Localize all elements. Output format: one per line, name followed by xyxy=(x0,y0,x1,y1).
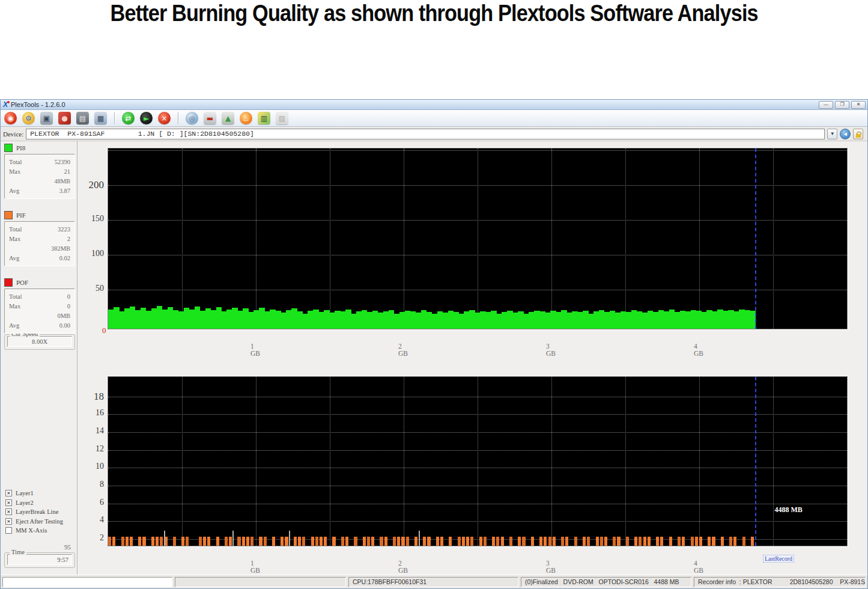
toolbar-separator xyxy=(114,112,115,124)
pif-spike xyxy=(289,531,290,546)
time-group: Time 9:57 xyxy=(4,552,75,568)
drive-eject-icon[interactable]: ▲ xyxy=(222,112,234,124)
last-record-marker-line xyxy=(755,148,756,329)
pif-bar xyxy=(643,537,646,546)
lock-icon[interactable] xyxy=(853,129,863,139)
pif-stat-row: Max2 xyxy=(9,234,70,244)
status-bar: CPU:178BFBFF00610F31 (0)Finalized DVD-RO… xyxy=(1,575,867,588)
disc-read-icon[interactable]: ◎ xyxy=(186,112,198,124)
pif-bar xyxy=(440,537,443,546)
burn-flame-icon[interactable]: ♨ xyxy=(240,112,252,124)
pif-bar xyxy=(242,537,245,546)
pi8-stat-row: 48MB xyxy=(9,177,70,186)
pif-bar xyxy=(142,537,145,546)
window-controls: — ❐ ✕ xyxy=(819,101,866,109)
checkbox-eject-after-testing[interactable]: ×Eject After Testing xyxy=(5,517,63,526)
pof-label: POF xyxy=(16,279,28,286)
pif-bar xyxy=(656,537,659,546)
pif-bar xyxy=(449,537,452,546)
pif-bar xyxy=(354,537,357,546)
pi8-stat-row: Max21 xyxy=(9,167,70,177)
pif-bar xyxy=(639,537,642,546)
pif-bar xyxy=(699,537,702,546)
y-axis-tick-label: 18 xyxy=(80,391,104,403)
status-disc-info: (0)Finalized DVD-ROM OPTODI-SCR016 4488 … xyxy=(521,577,691,587)
device-combo[interactable]: PLEXTOR PX-891SAF 1.JN [ D: ][SN:2D81045… xyxy=(26,129,825,139)
settings-icon[interactable]: ⚙ xyxy=(22,112,35,124)
time-label: Time xyxy=(10,549,26,555)
checkbox-icon[interactable] xyxy=(5,527,12,534)
checkbox-layer1[interactable]: ×Layer1 xyxy=(5,489,63,498)
pif-bar xyxy=(583,537,586,546)
gridline-v xyxy=(330,377,330,546)
pif-bar xyxy=(596,537,599,546)
device-label: Device: xyxy=(3,130,23,138)
pif-bar xyxy=(600,537,603,546)
gridline-v xyxy=(773,377,774,546)
pif-bar xyxy=(423,537,426,546)
pif-bar xyxy=(479,537,482,546)
disc-play-icon[interactable]: ► xyxy=(140,112,153,124)
checkbox-icon[interactable]: × xyxy=(5,518,12,525)
cancel-icon[interactable]: × xyxy=(158,112,171,124)
device-dropdown-button[interactable]: ▼ xyxy=(827,129,837,139)
gridline-v xyxy=(699,377,700,546)
pif-bar xyxy=(695,537,698,546)
media-stack-icon[interactable]: ▤ xyxy=(76,112,89,124)
close-button[interactable]: ✕ xyxy=(851,101,866,109)
pif-bar xyxy=(544,537,547,546)
power-icon[interactable]: ◉ xyxy=(4,112,17,124)
drive-write-icon[interactable]: ▬ xyxy=(204,112,216,124)
pof-stat-group: POFTotal0Max00MBAvg0.00 xyxy=(4,278,75,334)
checkbox-layerbreak-line[interactable]: ×LayerBreak Line xyxy=(5,507,63,517)
pif-bar xyxy=(285,537,288,546)
pif-bar xyxy=(733,537,736,546)
pif-bar xyxy=(414,537,417,546)
disc-red-icon[interactable]: ● xyxy=(58,112,71,124)
pif-bar xyxy=(721,537,724,546)
pif-stat-group: PIFTotal3223Max2382MBAvg0.02 xyxy=(4,211,75,266)
page-headline: Better Burning Quality as shown through … xyxy=(110,0,757,26)
y-axis-tick-label: 12 xyxy=(80,444,104,454)
pif-bar xyxy=(427,537,430,546)
pif-bar xyxy=(712,537,715,546)
pif-bar xyxy=(272,537,275,546)
gridline-v xyxy=(625,377,626,546)
checkbox-icon[interactable]: × xyxy=(5,490,12,496)
cur-speed-group: Cur Speed 8.00X xyxy=(4,334,75,350)
minimize-button[interactable]: — xyxy=(819,101,833,109)
pif-bar xyxy=(237,537,240,546)
help-disabled-icon[interactable]: ▨ xyxy=(276,112,288,124)
restore-button[interactable]: ❐ xyxy=(835,101,849,109)
options-checkbox-list: ×Layer1×Layer2×LayerBreak Line×Eject Aft… xyxy=(5,489,63,536)
x-axis-tick-label: 3 GB xyxy=(546,343,556,357)
pif-bar xyxy=(751,537,754,546)
checkbox-mm-x-axis[interactable]: MM X-Axis xyxy=(5,526,63,536)
y-axis-tick-label: 100 xyxy=(80,249,104,258)
checkbox-icon[interactable]: × xyxy=(5,499,12,506)
pif-bar xyxy=(587,537,590,546)
title-bar: X PlexTools - 1.2.6.0 — ❐ ✕ xyxy=(1,100,867,110)
checkbox-icon[interactable]: × xyxy=(5,508,12,515)
pif-bar xyxy=(522,537,525,546)
pif-bar xyxy=(742,537,745,546)
pi8-stat-group: PI8Total52390Max2148MBAvg3.87 xyxy=(4,144,75,199)
disc-copy-icon[interactable]: ⇄ xyxy=(122,112,135,124)
device-bar: Device: PLEXTOR PX-891SAF 1.JN [ D: ][SN… xyxy=(1,127,867,141)
pif-bar xyxy=(181,537,184,546)
pif-bar xyxy=(634,537,637,546)
checkbox-layer2[interactable]: ×Layer2 xyxy=(5,498,63,508)
pif-bar xyxy=(691,537,694,546)
gridline-v xyxy=(551,377,552,546)
pi8-stat-row: Avg3.87 xyxy=(9,186,70,196)
pif-bar xyxy=(298,537,301,546)
pif-bar xyxy=(246,537,249,546)
capture-icon[interactable]: ▣ xyxy=(40,112,53,124)
file-manager-icon[interactable]: ▥ xyxy=(258,112,270,124)
pif-bar xyxy=(397,537,400,546)
device-back-button[interactable]: ◄ xyxy=(840,129,851,139)
y-axis-zero-label: 0 xyxy=(102,326,106,335)
pif-bar xyxy=(367,537,370,546)
print-disc-icon[interactable]: ▦ xyxy=(94,112,107,124)
pif-spike xyxy=(419,531,420,546)
